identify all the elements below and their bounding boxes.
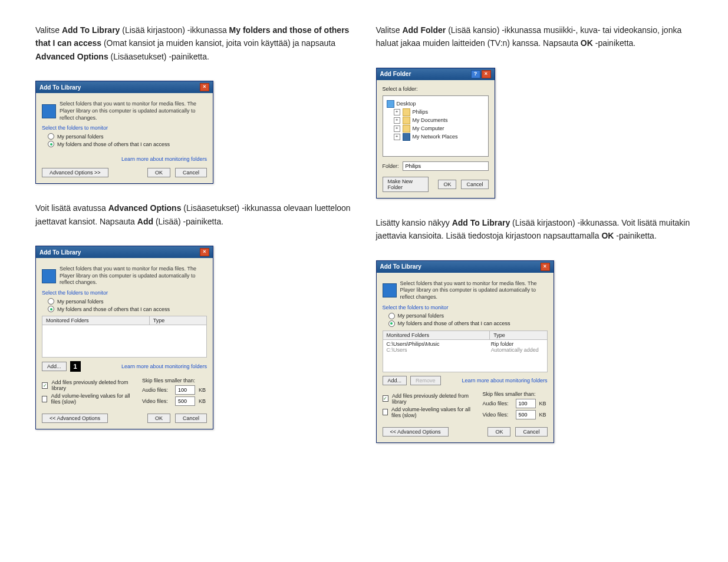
radio-label: My folders and those of others that I ca… xyxy=(57,141,170,147)
audio-size-input[interactable] xyxy=(516,399,536,408)
checkbox-label: Add files previously deleted from librar… xyxy=(51,379,139,391)
table-header: Monitored Folders Type xyxy=(42,316,207,325)
help-icon[interactable]: ? xyxy=(471,70,480,78)
folder-label: Folder: xyxy=(383,163,399,169)
table-body[interactable] xyxy=(42,325,207,358)
folder-tree[interactable]: Desktop +Philips +My Documents +My Compu… xyxy=(383,95,489,157)
ok-button[interactable]: OK xyxy=(147,414,170,423)
bold-add-to-library: Add To Library xyxy=(62,25,120,35)
bold-advanced-options: Advanced Options xyxy=(35,52,108,61)
close-icon[interactable]: × xyxy=(482,70,491,78)
cancel-button[interactable]: Cancel xyxy=(175,414,207,423)
bold-advanced-options: Advanced Options xyxy=(108,203,182,213)
video-files-label: Video files: xyxy=(142,398,172,404)
bold-add-to-library: Add To Library xyxy=(452,218,510,227)
radio-my-personal[interactable]: My personal folders xyxy=(388,313,548,319)
kb-label: KB xyxy=(539,401,546,406)
folder-icon xyxy=(403,108,410,116)
ok-button[interactable]: OK xyxy=(147,168,170,177)
audio-size-input[interactable] xyxy=(175,385,195,395)
bold-ok: OK xyxy=(581,38,593,48)
tree-item-philips[interactable]: Philips xyxy=(413,109,429,115)
learn-more-link[interactable]: Learn more about monitoring folders xyxy=(121,156,207,162)
select-folders-link[interactable]: Select the folders to monitor xyxy=(383,305,548,310)
expand-icon[interactable]: + xyxy=(394,134,400,140)
video-size-input[interactable] xyxy=(175,396,195,406)
tree-item-mycomputer[interactable]: My Computer xyxy=(413,125,444,131)
cell-path: C:\Users\Philips\Music xyxy=(387,341,491,347)
cancel-button[interactable]: Cancel xyxy=(515,427,547,437)
radio-my-and-others[interactable]: My folders and those of others that I ca… xyxy=(48,306,207,312)
cancel-button[interactable]: Cancel xyxy=(175,168,207,177)
advanced-options-collapse-button[interactable]: << Advanced Options xyxy=(42,414,108,423)
radio-label: My personal folders xyxy=(398,313,444,319)
checkbox-label: Add volume-leveling values for all files… xyxy=(391,406,479,418)
text: Valitse xyxy=(35,25,62,35)
table-body[interactable]: C:\Users\Philips\Music Rip folder C:\Use… xyxy=(383,340,548,372)
add-button[interactable]: Add... xyxy=(383,376,407,385)
close-icon[interactable]: × xyxy=(200,248,209,256)
dialog-hint: Select folders that you want to monitor … xyxy=(60,266,207,286)
close-icon[interactable]: × xyxy=(200,83,209,91)
computer-icon xyxy=(403,125,410,133)
chk-volume[interactable]: Add volume-leveling values for all files… xyxy=(42,393,139,405)
cell-type: Rip folder xyxy=(491,341,543,347)
chk-add-prev[interactable]: Add files previously deleted from librar… xyxy=(383,393,479,405)
ok-button[interactable]: OK xyxy=(438,180,456,189)
chk-volume[interactable]: Add volume-leveling values for all files… xyxy=(383,406,479,418)
radio-my-personal[interactable]: My personal folders xyxy=(48,298,207,305)
window-title: Add Folder xyxy=(380,71,411,77)
checkbox-label: Add files previously deleted from librar… xyxy=(392,393,479,405)
expand-icon[interactable]: + xyxy=(394,109,400,115)
titlebar[interactable]: Add Folder ? × xyxy=(377,68,495,80)
checkbox-label: Add volume-leveling values for all files… xyxy=(51,393,139,405)
folder-input[interactable] xyxy=(403,161,489,171)
titlebar[interactable]: Add To Library × xyxy=(36,81,213,93)
advanced-options-collapse-button[interactable]: << Advanced Options xyxy=(383,427,449,437)
text: Lisätty kansio näkyy xyxy=(376,218,452,227)
learn-more-link[interactable]: Learn more about monitoring folders xyxy=(462,378,547,384)
radio-label: My personal folders xyxy=(57,299,104,305)
radio-my-personal[interactable]: My personal folders xyxy=(48,133,207,140)
expand-icon[interactable]: + xyxy=(394,117,400,124)
add-button[interactable]: Add... xyxy=(42,362,67,371)
close-icon[interactable]: × xyxy=(541,263,550,271)
tree-item-mynetwork[interactable]: My Network Places xyxy=(413,134,458,140)
audio-files-label: Audio files: xyxy=(142,387,172,393)
dialog-add-to-library-result: Add To Library × Select folders that you… xyxy=(376,260,554,443)
right-paragraph-1: Valitse Add Folder (Lisää kansio) -ikkun… xyxy=(376,24,693,50)
window-title: Add To Library xyxy=(380,263,421,270)
text: (Lisäasetukset) -painiketta. xyxy=(111,52,209,61)
th-type: Type xyxy=(150,316,206,325)
desktop-icon xyxy=(387,100,394,108)
wmp-icon xyxy=(383,283,397,297)
chk-add-prev[interactable]: Add files previously deleted from librar… xyxy=(42,379,139,391)
expand-icon[interactable]: + xyxy=(394,125,400,132)
cell-path: C:\Users xyxy=(387,347,491,353)
th-monitored: Monitored Folders xyxy=(383,331,490,339)
text: (Lisää kirjastoon) -ikkunassa xyxy=(122,25,229,35)
titlebar[interactable]: Add To Library × xyxy=(377,261,554,273)
learn-more-link[interactable]: Learn more about monitoring folders xyxy=(121,363,207,369)
make-new-folder-button[interactable]: Make New Folder xyxy=(383,177,429,192)
cancel-button[interactable]: Cancel xyxy=(461,180,488,189)
advanced-options-button[interactable]: Advanced Options >> xyxy=(42,168,108,177)
video-size-input[interactable] xyxy=(516,410,536,419)
select-folders-link[interactable]: Select the folders to monitor xyxy=(42,290,207,296)
audio-files-label: Audio files: xyxy=(483,401,512,406)
table-row[interactable]: C:\Users\Philips\Music Rip folder xyxy=(387,341,543,347)
radio-my-and-others[interactable]: My folders and those of others that I ca… xyxy=(48,141,207,147)
radio-my-and-others[interactable]: My folders and those of others that I ca… xyxy=(388,320,548,327)
titlebar[interactable]: Add To Library × xyxy=(36,246,213,258)
remove-button[interactable]: Remove xyxy=(410,376,441,385)
th-monitored: Monitored Folders xyxy=(42,316,150,325)
select-folders-link[interactable]: Select the folders to monitor xyxy=(42,125,207,131)
tree-item-desktop[interactable]: Desktop xyxy=(397,101,416,107)
kb-label: KB xyxy=(199,398,206,404)
tree-item-mydocs[interactable]: My Documents xyxy=(413,117,448,123)
table-row[interactable]: C:\Users Automatically added xyxy=(387,347,543,353)
video-files-label: Video files: xyxy=(483,412,512,418)
left-paragraph-1: Valitse Add To Library (Lisää kirjastoon… xyxy=(35,24,353,63)
folder-icon xyxy=(403,117,410,124)
ok-button[interactable]: OK xyxy=(487,427,510,437)
